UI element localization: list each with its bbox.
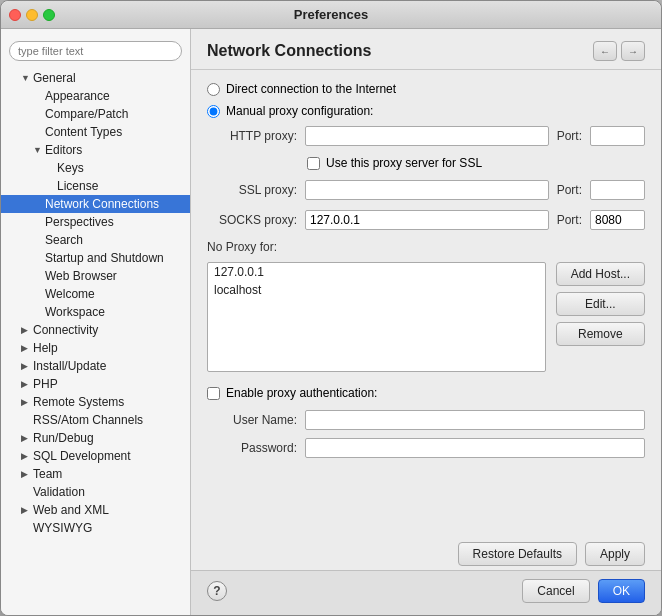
sidebar-item-label: Connectivity xyxy=(33,323,98,337)
sidebar-item-compare-patch[interactable]: Compare/Patch xyxy=(1,105,190,123)
sidebar-item-label: PHP xyxy=(33,377,58,391)
panel-body: Direct connection to the Internet Manual… xyxy=(191,70,661,534)
manual-proxy-label: Manual proxy configuration: xyxy=(226,104,373,118)
password-row: Password: xyxy=(207,438,645,458)
minimize-button[interactable] xyxy=(26,9,38,21)
forward-button[interactable]: → xyxy=(621,41,645,61)
sidebar-item-help[interactable]: ▶ Help xyxy=(1,339,190,357)
manual-proxy-radio[interactable] xyxy=(207,105,220,118)
preferences-dialog: Preferences ▼ General Appearance Compare… xyxy=(0,0,662,616)
remove-button[interactable]: Remove xyxy=(556,322,645,346)
sidebar-item-connectivity[interactable]: ▶ Connectivity xyxy=(1,321,190,339)
sidebar-item-remote-systems[interactable]: ▶ Remote Systems xyxy=(1,393,190,411)
socks-proxy-row: SOCKS proxy: Port: xyxy=(207,210,645,230)
sidebar-item-label: Remote Systems xyxy=(33,395,124,409)
sidebar-item-run-debug[interactable]: ▶ Run/Debug xyxy=(1,429,190,447)
sidebar-item-label: Welcome xyxy=(45,287,95,301)
direct-connection-label: Direct connection to the Internet xyxy=(226,82,396,96)
sidebar-item-web-and-xml[interactable]: ▶ Web and XML xyxy=(1,501,190,519)
socks-proxy-label: SOCKS proxy: xyxy=(207,213,297,227)
back-button[interactable]: ← xyxy=(593,41,617,61)
expand-arrow: ▶ xyxy=(21,379,31,389)
sidebar-item-label: Install/Update xyxy=(33,359,106,373)
ssl-proxy-label: SSL proxy: xyxy=(207,183,297,197)
panel-title: Network Connections xyxy=(207,42,371,60)
panel-header: Network Connections ← → xyxy=(191,29,661,70)
traffic-lights xyxy=(9,9,55,21)
sidebar-item-license[interactable]: License xyxy=(1,177,190,195)
sidebar-item-label: RSS/Atom Channels xyxy=(33,413,143,427)
sidebar-item-team[interactable]: ▶ Team xyxy=(1,465,190,483)
main-content: ▼ General Appearance Compare/Patch Conte… xyxy=(1,29,661,615)
list-item[interactable]: 127.0.0.1 xyxy=(208,263,545,281)
sidebar-item-keys[interactable]: Keys xyxy=(1,159,190,177)
content-panel: Network Connections ← → Direct connectio… xyxy=(191,29,661,615)
sidebar-item-label: Search xyxy=(45,233,83,247)
restore-apply-row: Restore Defaults Apply xyxy=(191,534,661,570)
ssl-proxy-input[interactable] xyxy=(305,180,549,200)
username-label: User Name: xyxy=(207,413,297,427)
sidebar-item-welcome[interactable]: Welcome xyxy=(1,285,190,303)
sidebar-item-wysiwyg[interactable]: WYSIWYG xyxy=(1,519,190,537)
noproxy-label: No Proxy for: xyxy=(207,240,645,254)
sidebar-item-label: Network Connections xyxy=(45,197,159,211)
help-button[interactable]: ? xyxy=(207,581,227,601)
auth-section: Enable proxy authentication: User Name: … xyxy=(207,386,645,458)
expand-arrow: ▶ xyxy=(21,397,31,407)
ssl-port-input[interactable] xyxy=(590,180,645,200)
sidebar-item-web-browser[interactable]: Web Browser xyxy=(1,267,190,285)
bottom-bar: ? Cancel OK xyxy=(191,570,661,615)
sidebar-item-editors[interactable]: ▼ Editors xyxy=(1,141,190,159)
sidebar-item-rss-atom[interactable]: RSS/Atom Channels xyxy=(1,411,190,429)
socks-proxy-input[interactable] xyxy=(305,210,549,230)
http-proxy-row: HTTP proxy: Port: xyxy=(207,126,645,146)
cancel-button[interactable]: Cancel xyxy=(522,579,589,603)
sidebar-item-network-connections[interactable]: Network Connections xyxy=(1,195,190,213)
sidebar-item-startup-shutdown[interactable]: Startup and Shutdown xyxy=(1,249,190,267)
expand-arrow: ▶ xyxy=(21,343,31,353)
expand-arrow: ▶ xyxy=(21,361,31,371)
maximize-button[interactable] xyxy=(43,9,55,21)
add-host-button[interactable]: Add Host... xyxy=(556,262,645,286)
sidebar-item-validation[interactable]: Validation xyxy=(1,483,190,501)
sidebar-item-label: Compare/Patch xyxy=(45,107,128,121)
manual-proxy-row: Manual proxy configuration: xyxy=(207,104,645,118)
sidebar-item-label: Startup and Shutdown xyxy=(45,251,164,265)
sidebar-item-label: Team xyxy=(33,467,62,481)
sidebar-item-label: Workspace xyxy=(45,305,105,319)
filter-search-input[interactable] xyxy=(9,41,182,61)
sidebar-item-label: Perspectives xyxy=(45,215,114,229)
direct-connection-radio[interactable] xyxy=(207,83,220,96)
username-row: User Name: xyxy=(207,410,645,430)
expand-arrow: ▼ xyxy=(33,145,43,155)
sidebar-item-label: Help xyxy=(33,341,58,355)
sidebar-item-perspectives[interactable]: Perspectives xyxy=(1,213,190,231)
socks-port-input[interactable] xyxy=(590,210,645,230)
restore-defaults-button[interactable]: Restore Defaults xyxy=(458,542,577,566)
sidebar-item-sql-development[interactable]: ▶ SQL Development xyxy=(1,447,190,465)
sidebar-item-php[interactable]: ▶ PHP xyxy=(1,375,190,393)
sidebar-item-workspace[interactable]: Workspace xyxy=(1,303,190,321)
sidebar-item-content-types[interactable]: Content Types xyxy=(1,123,190,141)
list-item[interactable]: localhost xyxy=(208,281,545,299)
sidebar-item-label: General xyxy=(33,71,76,85)
noproxy-list-container: 127.0.0.1 localhost xyxy=(207,262,546,372)
http-proxy-label: HTTP proxy: xyxy=(207,129,297,143)
sidebar-item-appearance[interactable]: Appearance xyxy=(1,87,190,105)
http-port-input[interactable] xyxy=(590,126,645,146)
enable-auth-checkbox[interactable] xyxy=(207,387,220,400)
close-button[interactable] xyxy=(9,9,21,21)
sidebar-item-install-update[interactable]: ▶ Install/Update xyxy=(1,357,190,375)
apply-button[interactable]: Apply xyxy=(585,542,645,566)
sidebar-item-general[interactable]: ▼ General xyxy=(1,69,190,87)
sidebar-item-search[interactable]: Search xyxy=(1,231,190,249)
username-input[interactable] xyxy=(305,410,645,430)
ssl-proxy-checkbox[interactable] xyxy=(307,157,320,170)
ssl-checkbox-label: Use this proxy server for SSL xyxy=(326,156,482,170)
titlebar: Preferences xyxy=(1,1,661,29)
http-proxy-input[interactable] xyxy=(305,126,549,146)
noproxy-list[interactable]: 127.0.0.1 localhost xyxy=(207,262,546,372)
edit-button[interactable]: Edit... xyxy=(556,292,645,316)
ok-button[interactable]: OK xyxy=(598,579,645,603)
password-input[interactable] xyxy=(305,438,645,458)
